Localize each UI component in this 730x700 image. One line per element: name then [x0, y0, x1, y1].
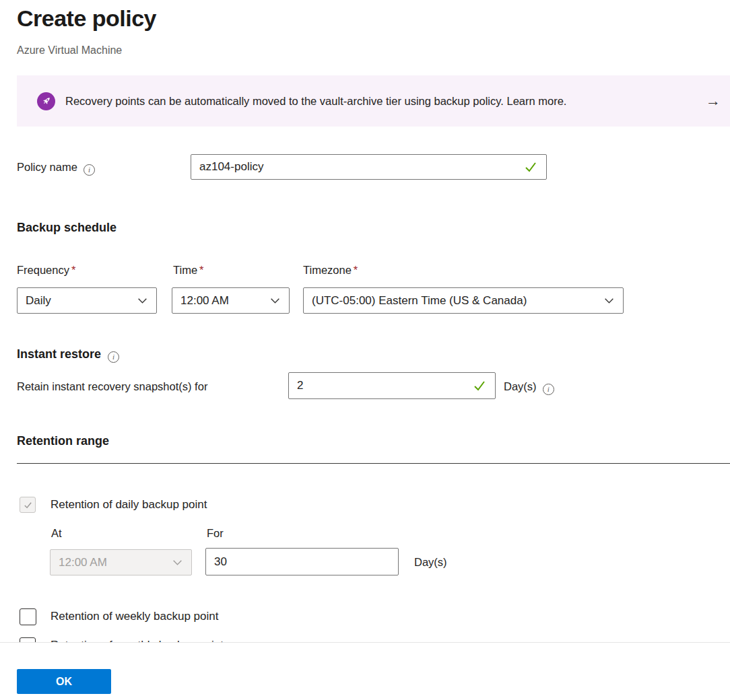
weekly-retention-label: Retention of weekly backup point — [51, 610, 219, 623]
daily-at-label: At — [51, 527, 62, 540]
chevron-down-icon — [269, 295, 281, 306]
instant-restore-label: Retain instant recovery snapshot(s) for — [17, 380, 207, 393]
required-asterisk: * — [199, 264, 203, 276]
policy-name-value: az104-policy — [199, 160, 263, 174]
section-divider — [17, 463, 730, 464]
valid-check-icon — [523, 160, 538, 174]
page-title: Create policy — [17, 5, 156, 32]
required-asterisk: * — [354, 264, 358, 276]
daily-for-value: 30 — [214, 555, 227, 569]
frequency-dropdown[interactable]: Daily — [17, 287, 157, 314]
chevron-down-icon — [137, 295, 148, 306]
daily-at-dropdown: 12:00 AM — [50, 549, 192, 575]
daily-retention-checkbox — [20, 497, 36, 513]
instant-restore-unit: Day(s) i — [504, 380, 554, 395]
timezone-label: Timezone* — [303, 264, 358, 277]
create-policy-pane: Create policy Azure Virtual Machine Reco… — [0, 0, 730, 700]
chevron-down-icon — [172, 557, 183, 568]
frequency-label: Frequency* — [17, 264, 75, 277]
ok-button[interactable]: OK — [17, 669, 111, 694]
retention-range-heading: Retention range — [17, 434, 109, 448]
time-label: Time* — [173, 264, 203, 277]
backup-schedule-heading: Backup schedule — [17, 221, 117, 235]
timezone-dropdown[interactable]: (UTC-05:00) Eastern Time (US & Canada) — [303, 287, 624, 314]
policy-name-label: Policy name i — [17, 161, 95, 176]
daily-retention-label: Retention of daily backup point — [51, 498, 207, 512]
info-icon[interactable]: i — [543, 384, 554, 395]
policy-name-input[interactable]: az104-policy — [191, 154, 547, 180]
daily-for-input[interactable]: 30 — [205, 548, 399, 575]
info-icon[interactable]: i — [84, 164, 95, 176]
weekly-retention-checkbox[interactable] — [20, 608, 36, 625]
valid-check-icon — [472, 378, 487, 393]
instant-restore-days-input[interactable]: 2 — [288, 372, 496, 399]
page-subtitle: Azure Virtual Machine — [17, 44, 122, 57]
info-icon[interactable]: i — [108, 351, 119, 363]
footer-bar: OK — [0, 642, 730, 700]
info-banner: Recovery points can be automatically mov… — [17, 75, 730, 127]
daily-retention-unit: Day(s) — [414, 556, 447, 569]
learn-more-link[interactable]: Learn more. — [506, 95, 566, 107]
required-asterisk: * — [71, 264, 75, 276]
instant-restore-days-value: 2 — [297, 379, 303, 392]
rocket-icon — [37, 92, 55, 110]
banner-message: Recovery points can be automatically mov… — [65, 95, 566, 108]
time-dropdown[interactable]: 12:00 AM — [172, 287, 290, 314]
chevron-down-icon — [603, 295, 615, 306]
arrow-right-icon[interactable]: → — [706, 92, 723, 110]
instant-restore-heading: Instant restore i — [17, 347, 119, 363]
check-icon — [23, 500, 33, 510]
daily-for-label: For — [207, 527, 224, 540]
